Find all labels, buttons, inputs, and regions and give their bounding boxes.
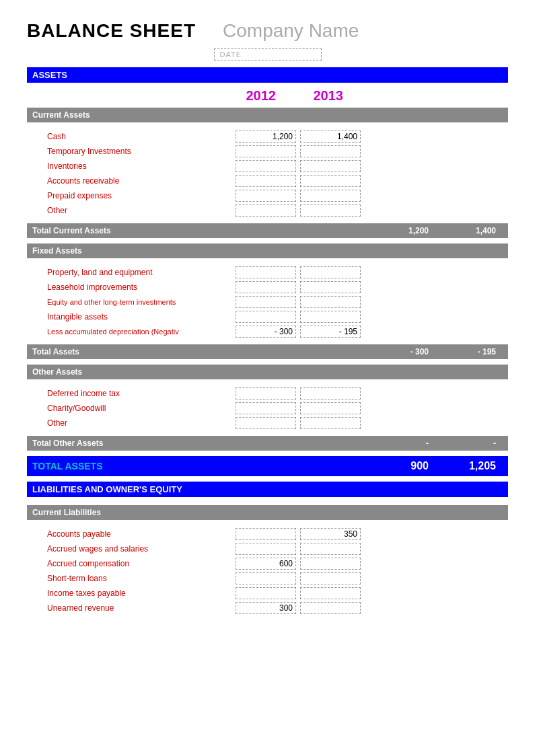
charity-2012-input[interactable] [236,402,296,414]
property-2013-input[interactable] [300,266,361,278]
temp-inv-2012-input[interactable] [236,145,296,157]
year-2012-label: 2012 [215,88,283,104]
total-ca-2013: 1,400 [435,226,503,235]
table-row: Temporary Investments [27,144,508,159]
cash-label: Cash [47,132,236,141]
accts-pay-2013-input[interactable]: 350 [300,528,361,540]
accrued-wages-2012-input[interactable] [236,543,296,555]
accts-pay-2012-input[interactable] [236,528,296,540]
table-row: Property, land and equipment [27,265,508,280]
total-assets-2013: 1,205 [435,460,503,472]
page-header: BALANCE SHEET Company Name [27,20,508,42]
prepaid-2013-input[interactable] [300,190,361,202]
leasehold-label: Leasehold improvements [47,282,236,292]
unearned-rev-2012-input[interactable]: 300 [236,602,296,614]
accts-rec-2013-input[interactable] [300,175,361,187]
leasehold-2012-input[interactable] [236,281,296,293]
depreciation-2012-val[interactable]: - 300 [236,326,296,338]
temp-inv-label: Temporary Investments [47,147,236,156]
accrued-comp-label: Accrued compensation [47,559,236,568]
page-title: BALANCE SHEET [27,20,196,42]
other-ca-label: Other [47,206,236,215]
prepaid-2012-input[interactable] [236,190,296,202]
depreciation-label: Less accumulated depreciation (Negativ [47,328,236,336]
inventories-2013-input[interactable] [300,160,361,172]
income-taxes-2013-input[interactable] [300,587,361,599]
company-name: Company Name [223,20,359,42]
table-row: Deferred income tax [27,386,508,401]
equity-2012-input[interactable] [236,296,296,308]
table-row: Accounts payable 350 [27,527,508,541]
cash-2012-input[interactable]: 1,200 [236,130,296,143]
total-ca-label: Total Current Assets [32,226,368,235]
assets-section-header: ASSETS [27,67,508,83]
inventories-label: Inventories [47,161,236,171]
accrued-wages-label: Accrued wages and salaries [47,544,236,554]
year-header-row: 2012 2013 [27,85,508,106]
total-oa-2012: - [368,439,435,448]
accrued-wages-2013-input[interactable] [300,543,361,555]
equity-2013-input[interactable] [300,296,361,308]
table-row: Accounts receivable [27,174,508,188]
cash-cell-group: 1,200 1,400 [236,130,365,143]
total-assets-row: Total Assets - 300 - 195 [27,344,508,359]
other-assets-header: Other Assets [27,365,508,379]
accrued-comp-2013-input[interactable] [300,558,361,570]
table-row: Leasehold improvements [27,280,508,295]
temp-inv-2013-input[interactable] [300,145,361,157]
total-fa-2012: - 300 [368,347,435,356]
table-row: Less accumulated depreciation (Negativ -… [27,324,508,339]
deferred-tax-2013-input[interactable] [300,387,361,400]
accts-rec-2012-input[interactable] [236,175,296,187]
table-row: Other [27,203,508,218]
date-row: DATE [27,48,508,61]
property-2012-input[interactable] [236,266,296,278]
depreciation-2013-val[interactable]: - 195 [300,326,361,338]
other-oa-label: Other [47,418,236,428]
table-row: Accrued compensation 600 [27,556,508,571]
income-taxes-2012-input[interactable] [236,587,296,599]
other-ca-2012-input[interactable] [236,204,296,217]
table-row: Prepaid expenses [27,188,508,203]
intangible-2012-input[interactable] [236,311,296,323]
short-loans-2013-input[interactable] [300,572,361,584]
table-row: Other [27,416,508,430]
other-oa-2013-input[interactable] [300,417,361,429]
unearned-rev-2013-input[interactable] [300,602,361,614]
table-row: Accrued wages and salaries [27,541,508,556]
total-fa-label: Total Assets [32,347,368,356]
prepaid-label: Prepaid expenses [47,191,236,200]
table-row: Unearned revenue 300 [27,601,508,615]
total-ca-2012: 1,200 [368,226,435,235]
total-oa-2013: - [435,439,503,448]
accounts-receivable-label: Accounts receivable [47,176,236,186]
table-row: Charity/Goodwill [27,401,508,416]
property-label: Property, land and equipment [47,268,236,277]
deferred-tax-2012-input[interactable] [236,387,296,400]
liabilities-section-header: LIABILITIES AND OWNER'S EQUITY [27,482,508,497]
total-other-assets-row: Total Other Assets - - [27,436,508,451]
total-fa-2013: - 195 [435,347,503,356]
date-field[interactable]: DATE [214,48,322,61]
intangible-label: Intangible assets [47,312,236,322]
total-oa-label: Total Other Assets [32,439,368,448]
charity-2013-input[interactable] [300,402,361,414]
short-loans-2012-input[interactable] [236,572,296,584]
table-row: Intangible assets [27,309,508,324]
other-oa-2012-input[interactable] [236,417,296,429]
total-current-assets-row: Total Current Assets 1,200 1,400 [27,223,508,238]
table-row: Short-term loans [27,571,508,586]
table-row: Inventories [27,159,508,174]
accrued-comp-2012-input[interactable]: 600 [236,558,296,570]
table-row: Equity and other long-term investments [27,295,508,309]
income-taxes-label: Income taxes payable [47,589,236,598]
inventories-2012-input[interactable] [236,160,296,172]
table-row: Cash 1,200 1,400 [27,129,508,144]
total-assets-label: TOTAL ASSETS [32,461,368,471]
intangible-2013-input[interactable] [300,311,361,323]
deferred-tax-label: Deferred income tax [47,389,236,398]
leasehold-2013-input[interactable] [300,281,361,293]
unearned-revenue-label: Unearned revenue [47,603,236,613]
other-ca-2013-input[interactable] [300,204,361,217]
cash-2013-input[interactable]: 1,400 [300,130,361,143]
